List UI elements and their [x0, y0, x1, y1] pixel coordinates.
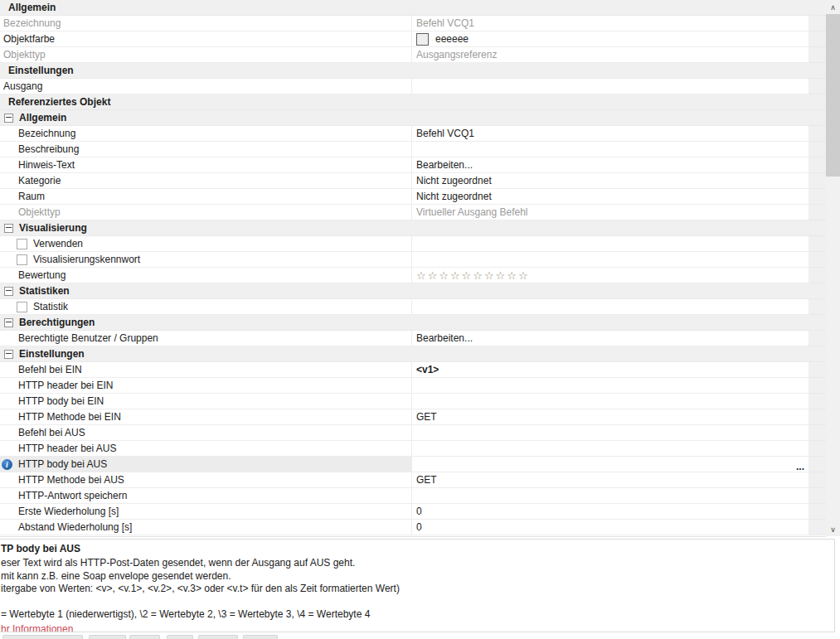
property-value-cell[interactable]	[411, 142, 808, 157]
collapse-expander-icon[interactable]	[4, 224, 13, 233]
property-row[interactable]: Beschreibung	[0, 142, 826, 157]
row-gutter	[808, 457, 826, 472]
section-subheader[interactable]: Berechtigungen	[0, 315, 826, 331]
rating-stars[interactable]: ☆☆☆☆☆☆☆☆☆☆	[416, 270, 530, 281]
property-row[interactable]: HTTP Methode bei EINGET	[0, 409, 826, 425]
property-row[interactable]: Statistik	[0, 299, 826, 315]
property-row[interactable]: Befehl bei AUS	[0, 425, 826, 441]
bottom-button[interactable]	[89, 635, 126, 639]
row-gutter	[808, 409, 826, 425]
property-label: Objekttyp	[3, 49, 46, 61]
property-row[interactable]: HTTP header bei EIN	[0, 378, 826, 394]
bottom-button[interactable]	[243, 635, 278, 639]
scroll-down-icon[interactable]: ∨	[826, 522, 840, 536]
property-row[interactable]: BezeichnungBefehl VCQ1	[0, 16, 826, 31]
property-row[interactable]: HTTP header bei AUS	[0, 441, 826, 457]
property-row[interactable]: ObjekttypVirtueller Ausgang Befehl	[0, 205, 826, 220]
property-row[interactable]: Objektfarbeeeeeee	[0, 31, 826, 47]
property-label: Bezeichnung	[18, 128, 75, 139]
property-value-cell[interactable]: 0	[411, 504, 808, 520]
property-value-cell[interactable]	[411, 441, 808, 457]
property-value-cell[interactable]	[411, 488, 808, 504]
property-value-cell[interactable]: Befehl VCQ1	[411, 126, 808, 142]
scroll-thumb[interactable]	[826, 14, 840, 177]
bottom-button[interactable]	[129, 635, 160, 639]
property-value-cell[interactable]	[411, 394, 808, 409]
collapse-expander-icon[interactable]	[4, 287, 13, 296]
property-value-cell[interactable]: GET	[411, 472, 808, 488]
property-value-cell[interactable]	[411, 252, 808, 268]
property-row[interactable]: HTTP Methode bei AUSGET	[0, 472, 826, 488]
bottom-button[interactable]	[2, 635, 83, 639]
property-value-cell[interactable]	[411, 425, 808, 441]
property-row[interactable]: BezeichnungBefehl VCQ1	[0, 126, 826, 142]
property-value-cell[interactable]	[411, 299, 808, 315]
color-swatch[interactable]	[416, 33, 429, 46]
property-label-cell: Kategorie	[0, 173, 411, 189]
section-subheader[interactable]: Einstellungen	[0, 346, 826, 362]
property-label-cell: Befehl bei AUS	[0, 425, 411, 441]
property-row[interactable]: Hinweis-TextBearbeiten...	[0, 157, 826, 173]
collapse-expander-icon[interactable]	[4, 350, 13, 359]
section-title: Visualisierung	[19, 222, 87, 234]
checkbox[interactable]	[17, 254, 27, 265]
property-label: HTTP header bei AUS	[18, 443, 117, 454]
property-value-cell[interactable]	[411, 236, 808, 252]
property-value-cell[interactable]: 0	[411, 520, 808, 535]
property-value-cell[interactable]	[411, 378, 808, 394]
property-row[interactable]: iHTTP body bei AUS...	[0, 457, 826, 472]
row-gutter	[808, 520, 826, 535]
property-value: Bearbeiten...	[416, 159, 473, 171]
property-label-cell: HTTP Methode bei EIN	[0, 409, 411, 425]
property-value-cell[interactable]: Bearbeiten...	[411, 331, 808, 346]
collapse-expander-icon[interactable]	[4, 114, 13, 123]
collapse-expander-icon[interactable]	[4, 318, 13, 327]
section-subheader[interactable]: Statistiken	[0, 283, 826, 299]
property-label: Statistik	[33, 301, 68, 312]
property-value-cell[interactable]: Nicht zugeordnet	[411, 189, 808, 205]
section-subheader[interactable]: Allgemein	[0, 110, 826, 126]
checkbox[interactable]	[17, 239, 27, 249]
property-row[interactable]: Berechtigte Benutzer / GruppenBearbeiten…	[0, 331, 826, 346]
property-value-cell[interactable]: ☆☆☆☆☆☆☆☆☆☆	[411, 268, 808, 283]
property-value-cell[interactable]: <v1>	[411, 362, 808, 378]
property-label: Hinweis-Text	[18, 159, 75, 171]
bottom-button[interactable]	[167, 635, 193, 639]
more-info-link[interactable]: hr Informationen	[1, 623, 73, 633]
property-row[interactable]: Erste Wiederholung [s]0	[0, 504, 826, 520]
property-value: 0	[416, 521, 422, 533]
property-value-cell[interactable]: Virtueller Ausgang Befehl	[411, 205, 808, 220]
property-value-cell[interactable]: Bearbeiten...	[411, 157, 808, 173]
property-row[interactable]: Verwenden	[0, 236, 826, 252]
property-value-cell[interactable]: Nicht zugeordnet	[411, 173, 808, 189]
property-row[interactable]: Visualisierungskennwort	[0, 252, 826, 268]
property-row[interactable]: Befehl bei EIN<v1>	[0, 362, 826, 378]
property-row[interactable]: Ausgang	[0, 79, 826, 94]
property-row[interactable]: RaumNicht zugeordnet	[0, 189, 826, 205]
checkbox[interactable]	[17, 302, 27, 312]
scroll-up-icon[interactable]: ∧	[826, 0, 840, 14]
section-subheader[interactable]: Visualisierung	[0, 220, 826, 236]
property-row[interactable]: Abstand Wiederholung [s]0	[0, 520, 826, 535]
property-label-cell: HTTP body bei EIN	[0, 394, 411, 409]
bottom-button[interactable]	[198, 635, 238, 639]
property-value-cell[interactable]	[411, 79, 808, 94]
property-row[interactable]: HTTP body bei EIN	[0, 394, 826, 409]
property-row[interactable]: ObjekttypAusgangsreferenz	[0, 47, 826, 63]
property-value-cell[interactable]: eeeeee	[411, 31, 808, 47]
property-value: 0	[416, 506, 422, 517]
row-gutter	[808, 362, 826, 378]
property-value-cell[interactable]: Ausgangsreferenz	[411, 47, 808, 63]
property-value-cell[interactable]: GET	[411, 409, 808, 425]
property-label-cell: Bezeichnung	[0, 16, 411, 31]
property-row[interactable]: Bewertung☆☆☆☆☆☆☆☆☆☆	[0, 268, 826, 283]
property-value-cell[interactable]: Befehl VCQ1	[411, 16, 808, 31]
property-label-cell: HTTP-Antwort speichern	[0, 488, 411, 504]
property-label-cell: Visualisierungskennwort	[0, 252, 411, 268]
property-row[interactable]: KategorieNicht zugeordnet	[0, 173, 826, 189]
ellipsis-button[interactable]: ...	[796, 457, 804, 474]
row-gutter	[808, 488, 826, 504]
vertical-scrollbar[interactable]: ∧ ∨	[826, 0, 840, 536]
property-value-cell[interactable]: ...	[411, 457, 808, 472]
property-row[interactable]: HTTP-Antwort speichern	[0, 488, 826, 504]
